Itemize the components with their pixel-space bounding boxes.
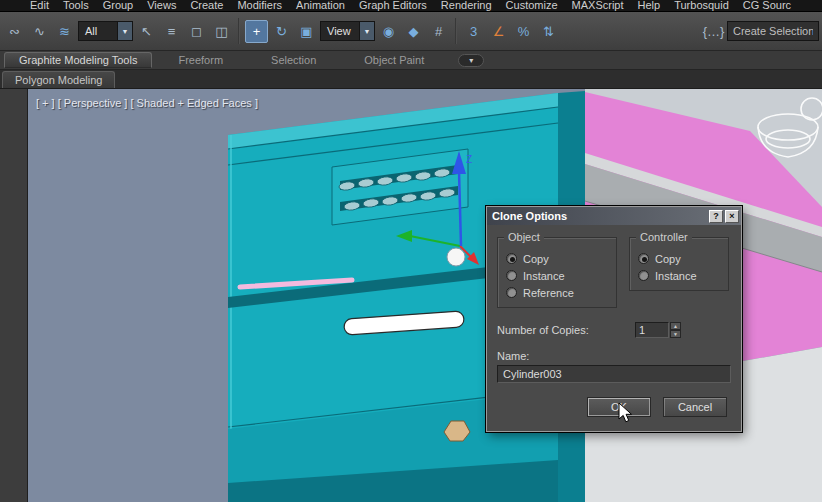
select-and-scale-icon[interactable]: ▣: [295, 20, 318, 43]
object-group-label: Object: [504, 231, 544, 243]
toolbar-separator: [455, 18, 457, 44]
radio-controller-copy[interactable]: Copy: [638, 250, 720, 267]
selection-filter-dropdown[interactable]: All ▼: [78, 21, 133, 41]
radio-object-instance[interactable]: Instance: [506, 267, 608, 284]
radio-indicator: [506, 253, 517, 264]
menu-views[interactable]: Views: [147, 0, 176, 11]
angle-snap-icon[interactable]: ∠: [487, 20, 510, 43]
radio-label: Copy: [655, 253, 681, 265]
axis-z-label: Z: [466, 154, 472, 165]
help-button[interactable]: ?: [709, 210, 723, 223]
menu-tools[interactable]: Tools: [63, 0, 89, 11]
radio-object-reference[interactable]: Reference: [506, 284, 608, 301]
menu-rendering[interactable]: Rendering: [441, 0, 492, 11]
window-crossing-icon[interactable]: ◫: [210, 20, 233, 43]
selection-region-icon[interactable]: ◻: [185, 20, 208, 43]
copies-input[interactable]: [635, 322, 669, 338]
radio-label: Instance: [655, 270, 697, 282]
tab-polygon-modeling[interactable]: Polygon Modeling: [2, 71, 115, 88]
dialog-buttons-row: OK Cancel: [497, 397, 731, 417]
radio-object-copy[interactable]: Copy: [506, 250, 608, 267]
clone-options-dialog: Clone Options ? × Object Copy Instance: [486, 206, 742, 432]
viewport-left-edge: [0, 89, 28, 502]
reference-coordinate-dropdown[interactable]: View ▼: [320, 21, 375, 41]
menu-graph-editors[interactable]: Graph Editors: [359, 0, 427, 11]
number-of-copies-row: Number of Copies: ▲ ▼: [497, 322, 731, 338]
radio-indicator: [638, 270, 649, 281]
radio-label: Instance: [523, 270, 565, 282]
radio-label: Copy: [523, 253, 549, 265]
copies-spinner: ▲ ▼: [635, 322, 681, 338]
menu-customize[interactable]: Customize: [506, 0, 558, 11]
selection-sphere[interactable]: [447, 248, 465, 266]
select-and-link-icon[interactable]: ∾: [3, 20, 26, 43]
tab-graphite-modeling-tools[interactable]: Graphite Modeling Tools: [4, 52, 152, 68]
mouse-cursor: [618, 402, 634, 424]
menu-help[interactable]: Help: [638, 0, 661, 11]
spinner-down-icon[interactable]: ▼: [670, 330, 681, 338]
menu-cg-source[interactable]: CG Sourc: [743, 0, 791, 11]
select-and-rotate-icon[interactable]: ↻: [270, 20, 293, 43]
ribbon-options-dropdown[interactable]: ▾: [458, 54, 484, 67]
radio-controller-instance[interactable]: Instance: [638, 267, 720, 284]
3dsmax-window: Edit Tools Group Views Create Modifiers …: [0, 0, 822, 502]
chevron-down-icon: ▼: [117, 22, 132, 40]
keyboard-override-icon[interactable]: #: [427, 20, 450, 43]
snap-toggle-icon[interactable]: 3: [462, 20, 485, 43]
close-button[interactable]: ×: [725, 210, 739, 223]
reference-coordinate-value: View: [321, 25, 359, 37]
bind-spacewarp-icon[interactable]: ≋: [53, 20, 76, 43]
menu-modifiers[interactable]: Modifiers: [237, 0, 282, 11]
viewport-label[interactable]: [ + ] [ Perspective ] [ Shaded + Edged F…: [36, 97, 258, 109]
menu-animation[interactable]: Animation: [296, 0, 345, 11]
toolbar-separator: [238, 18, 240, 44]
radio-indicator: [506, 287, 517, 298]
name-label: Name:: [497, 350, 731, 362]
tab-selection[interactable]: Selection: [249, 52, 338, 68]
menu-maxscript[interactable]: MAXScript: [572, 0, 624, 11]
select-and-manipulate-icon[interactable]: ◆: [402, 20, 425, 43]
ribbon-tab-bar: Graphite Modeling Tools Freeform Selecti…: [0, 51, 822, 70]
unlink-selection-icon[interactable]: ∿: [28, 20, 51, 43]
chevron-down-icon: ▼: [359, 22, 374, 40]
spinner-up-icon[interactable]: ▲: [670, 322, 681, 330]
radio-indicator: [506, 270, 517, 281]
menu-bar: Edit Tools Group Views Create Modifiers …: [0, 0, 822, 11]
selection-filter-value: All: [79, 25, 117, 37]
object-group: Object Copy Instance Reference: [497, 237, 617, 308]
dialog-title: Clone Options: [492, 210, 707, 222]
percent-snap-icon[interactable]: %: [512, 20, 535, 43]
use-pivot-center-icon[interactable]: ◉: [377, 20, 400, 43]
controller-group-label: Controller: [636, 231, 692, 243]
select-and-move-icon[interactable]: +: [245, 20, 268, 43]
selection-set-input[interactable]: [727, 21, 819, 41]
menu-create[interactable]: Create: [190, 0, 223, 11]
spinner-snap-icon[interactable]: ⇅: [537, 20, 560, 43]
radio-indicator: [638, 253, 649, 264]
controller-group: Controller Copy Instance: [629, 237, 729, 291]
ribbon-subtab-bar: Polygon Modeling: [0, 70, 822, 89]
cancel-button[interactable]: Cancel: [663, 397, 727, 417]
named-selection-sets-icon[interactable]: {…}: [702, 20, 725, 43]
menu-group[interactable]: Group: [103, 0, 134, 11]
select-object-icon[interactable]: ↖: [135, 20, 158, 43]
tab-object-paint[interactable]: Object Paint: [342, 52, 446, 68]
select-by-name-icon[interactable]: ≡: [160, 20, 183, 43]
dialog-title-bar[interactable]: Clone Options ? ×: [487, 207, 741, 225]
tab-freeform[interactable]: Freeform: [156, 52, 245, 68]
main-toolbar: ∾ ∿ ≋ All ▼ ↖ ≡ ◻ ◫ + ↻ ▣ View ▼ ◉ ◆ # 3…: [0, 11, 822, 51]
menu-turbosquid[interactable]: Turbosquid: [674, 0, 729, 11]
number-of-copies-label: Number of Copies:: [497, 324, 589, 336]
name-input[interactable]: [497, 365, 731, 383]
radio-label: Reference: [523, 287, 574, 299]
menu-edit[interactable]: Edit: [30, 0, 49, 11]
